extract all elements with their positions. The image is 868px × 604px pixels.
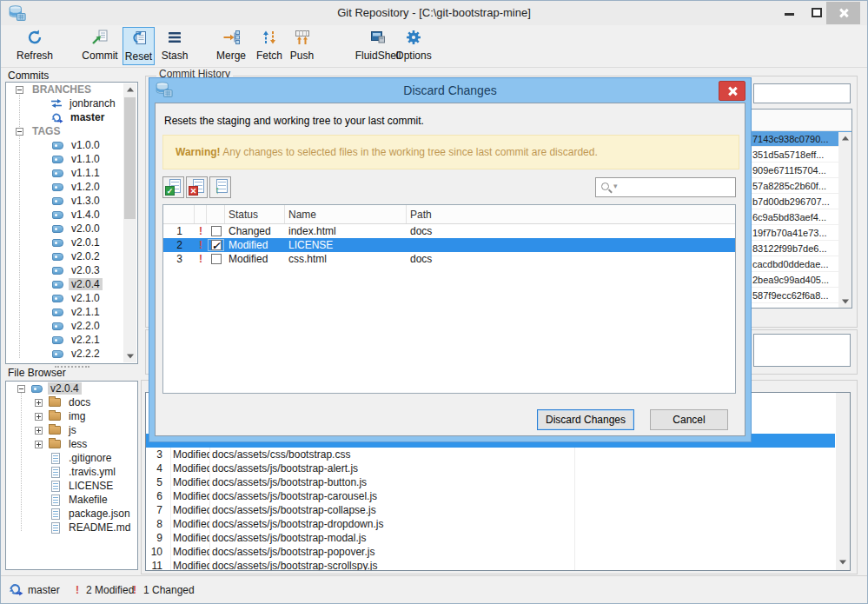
hash-list-item[interactable]: b7d00db296707...: [751, 194, 851, 209]
table-row-selected[interactable]: 2 ! Modified LICENSE: [163, 238, 735, 252]
hash-list-item[interactable]: 351d5a5718eff...: [751, 147, 851, 163]
tree-item-tag[interactable]: v1.4.0: [6, 208, 137, 222]
toolbar-commit-button[interactable]: Commit: [76, 27, 124, 65]
tree-item-folder[interactable]: img: [6, 409, 137, 423]
tree-item-tag[interactable]: v1.1.0: [6, 152, 137, 166]
tree-item-file[interactable]: LICENSE: [6, 479, 137, 493]
row-checkbox[interactable]: [211, 226, 222, 236]
dialog-search-box[interactable]: ▾: [595, 177, 736, 197]
table-row[interactable]: 4Modifieddocs/assets/js/bootstrap-alert.…: [146, 461, 835, 475]
tree-item-tag[interactable]: v1.0.0: [6, 138, 137, 152]
hash-list-item[interactable]: 909e6711f5704...: [751, 163, 851, 178]
column-path[interactable]: Path: [407, 205, 735, 223]
hash-list-item[interactable]: 2bea9c99ad405...: [751, 272, 851, 288]
tree-item-tag[interactable]: v1.3.0: [6, 194, 137, 208]
tree-section-branches[interactable]: BRANCHES: [6, 83, 137, 96]
tree-item-folder[interactable]: docs: [6, 395, 137, 409]
toolbar-fetch-button[interactable]: Fetch: [252, 27, 287, 65]
toolbar-push-button[interactable]: Push: [286, 27, 318, 65]
toolbar-options-button[interactable]: Options: [392, 27, 435, 65]
hash-list-item[interactable]: 6c9a5bd83aef4...: [751, 209, 851, 225]
collapse-icon[interactable]: [17, 385, 25, 393]
tree-item-file[interactable]: package.json: [6, 507, 137, 521]
scroll-down-icon[interactable]: [838, 295, 851, 308]
tree-item-tag[interactable]: v2.1.1: [6, 305, 137, 319]
column-name[interactable]: Name: [285, 205, 407, 223]
tree-item-tag[interactable]: v2.2.2: [6, 347, 137, 361]
table-row[interactable]: 10Modifieddocs/assets/js/bootstrap-popov…: [146, 545, 835, 559]
tree-item-folder[interactable]: less: [6, 437, 137, 451]
row-checkbox[interactable]: [211, 240, 222, 250]
tree-item-master[interactable]: master: [6, 110, 137, 124]
search-input[interactable]: [622, 179, 733, 196]
toolbar-merge-button[interactable]: Merge: [212, 27, 250, 65]
toolbar-stash-button[interactable]: Stash: [157, 27, 192, 65]
table-row[interactable]: 5Modifieddocs/assets/js/bootstrap-button…: [146, 475, 835, 489]
hash-list-scrollbar[interactable]: [838, 132, 851, 308]
maximize-button[interactable]: [812, 8, 822, 17]
close-button[interactable]: [826, 2, 860, 24]
collapse-icon[interactable]: [16, 128, 23, 136]
table-row[interactable]: 3Modifieddocs/assets/css/bootstrap.css: [146, 448, 835, 461]
collapse-icon[interactable]: [16, 86, 23, 94]
tree-item-file[interactable]: README.md: [6, 521, 137, 534]
tree-item-tag[interactable]: v2.0.2: [6, 249, 137, 263]
hash-filter-input[interactable]: [753, 83, 851, 103]
tree-item-tag[interactable]: v2.0.3: [6, 263, 137, 277]
tree-item-tag[interactable]: v2.0.0: [6, 222, 137, 236]
table-row[interactable]: 11Modifieddocs/assets/js/bootstrap-scrol…: [146, 559, 835, 571]
commit-message-box[interactable]: [753, 334, 851, 367]
check-all-button[interactable]: ✓: [162, 176, 184, 198]
tree-item-file[interactable]: .travis.yml: [6, 465, 137, 479]
column-status[interactable]: Status: [225, 205, 285, 223]
tree-item-file[interactable]: .gitignore: [6, 451, 137, 465]
tree-item-folder[interactable]: js: [6, 423, 137, 437]
file-table-scrollbar[interactable]: [836, 393, 850, 570]
tree-item-tag[interactable]: v1.2.0: [6, 180, 137, 194]
table-row[interactable]: 9Modifieddocs/assets/js/bootstrap-modal.…: [146, 531, 835, 545]
table-row[interactable]: 7Modifieddocs/assets/js/bootstrap-collap…: [146, 503, 835, 517]
tree-item-branch[interactable]: jonbranch: [6, 96, 137, 110]
scroll-up-icon[interactable]: [838, 132, 851, 144]
table-row[interactable]: 1 ! Changed index.html docs: [163, 224, 735, 238]
tree-item-tag[interactable]: v1.1.1: [6, 166, 137, 180]
expand-icon[interactable]: [35, 413, 43, 421]
hash-list-item[interactable]: 7143c938c0790...: [751, 131, 851, 147]
tag-icon: [52, 169, 63, 177]
tree-section-tags[interactable]: TAGS: [6, 124, 137, 138]
toolbar-refresh-button[interactable]: Refresh: [8, 27, 62, 65]
invert-selection-button[interactable]: ↑: [209, 176, 231, 198]
minimize-button[interactable]: [785, 13, 794, 16]
expand-icon[interactable]: [35, 427, 43, 435]
dialog-title-bar[interactable]: Discard Changes: [149, 78, 751, 103]
expand-icon[interactable]: [35, 399, 43, 407]
tree-item-root-tag[interactable]: v2.0.4: [6, 382, 137, 395]
hash-list-item[interactable]: 587f9ecc62f6a8...: [751, 288, 851, 303]
hash-list-item[interactable]: 19f7b70a41e73...: [751, 225, 851, 241]
table-row[interactable]: 6Modifieddocs/assets/js/bootstrap-carous…: [146, 489, 835, 503]
cancel-button[interactable]: Cancel: [650, 409, 728, 430]
dialog-close-button[interactable]: [719, 81, 745, 101]
hash-list-item[interactable]: cacdbd0ddedae...: [751, 256, 851, 272]
tree-item-tag[interactable]: v2.1.0: [6, 291, 137, 305]
scroll-up-icon[interactable]: [123, 83, 136, 96]
scroll-down-icon[interactable]: [123, 350, 136, 362]
toolbar-reset-button[interactable]: Reset: [123, 27, 155, 65]
tree-item-tag[interactable]: v2.2.0: [6, 319, 137, 333]
tree-item-tag[interactable]: v2.2.1: [6, 333, 137, 347]
table-row[interactable]: 3 ! Modified css.html docs: [163, 252, 735, 266]
commits-scrollbar[interactable]: [123, 83, 136, 362]
scrollbar-thumb[interactable]: [124, 97, 136, 219]
discard-changes-button[interactable]: Discard Changes: [537, 409, 634, 430]
tree-item-tag-selected[interactable]: v2.0.4: [6, 277, 137, 291]
scroll-down-icon[interactable]: [836, 556, 850, 568]
hash-list-item[interactable]: 83122f99b7de6...: [751, 241, 851, 256]
expand-icon[interactable]: [35, 441, 43, 448]
tree-item-tag[interactable]: v2.0.1: [6, 236, 137, 249]
hash-list-item[interactable]: 57a8285c2b60f...: [751, 178, 851, 194]
uncheck-all-button[interactable]: ✕: [186, 176, 208, 198]
table-row[interactable]: 8Modifieddocs/assets/js/bootstrap-dropdo…: [146, 517, 835, 531]
chevron-down-icon[interactable]: ▾: [613, 182, 618, 190]
tree-item-file[interactable]: Makefile: [6, 493, 137, 507]
row-checkbox[interactable]: [211, 254, 222, 264]
